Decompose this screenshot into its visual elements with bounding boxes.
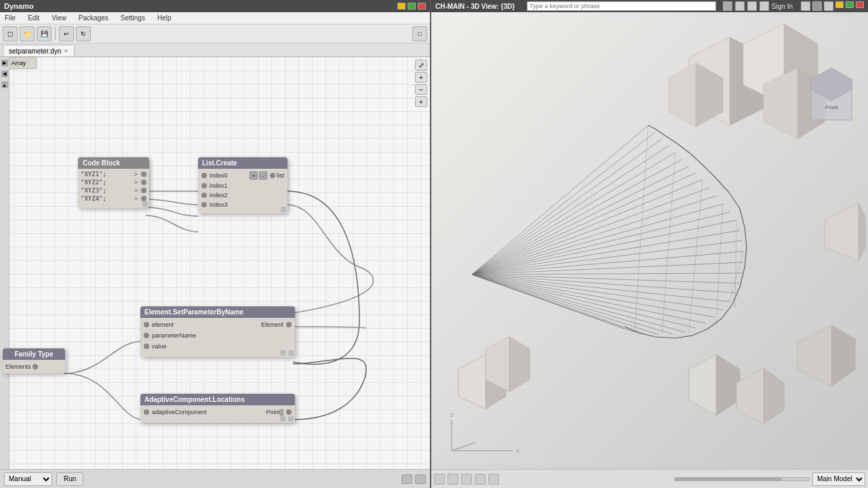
revit-signin-button[interactable]: Sign In bbox=[772, 3, 793, 10]
dynamo-tab: setparameter.dyn ✕ bbox=[0, 43, 430, 57]
menu-file[interactable]: File bbox=[3, 14, 18, 22]
revit-title-btns bbox=[801, 1, 864, 11]
list-add-button[interactable]: + bbox=[250, 171, 258, 180]
param-row-name: parameterName bbox=[140, 330, 295, 341]
input-port-paramname bbox=[144, 333, 149, 338]
toolbar-open[interactable]: 📁 bbox=[20, 26, 35, 41]
code-arrow-3: > bbox=[134, 195, 138, 202]
zoom-reset-button[interactable]: + bbox=[415, 96, 427, 107]
set-param-corner2 bbox=[288, 350, 294, 356]
tab-setparameter[interactable]: setparameter.dyn ✕ bbox=[3, 45, 75, 56]
revit-bell-icon[interactable] bbox=[760, 1, 769, 11]
toolbar-refresh[interactable]: ↻ bbox=[76, 26, 91, 41]
dynamo-menu: File Edit View Packages Settings Help bbox=[0, 12, 430, 24]
sidebar-icon-2[interactable]: ◀ bbox=[1, 70, 8, 77]
menu-view[interactable]: View bbox=[50, 14, 68, 22]
toolbar-separator bbox=[55, 28, 56, 40]
list-create-corner bbox=[281, 207, 286, 212]
toolbar-fullscreen[interactable]: □ bbox=[412, 26, 427, 41]
code-block-body: "XYZ1"; > "XYZ2"; > bbox=[78, 169, 149, 208]
revit-maximize-button[interactable] bbox=[846, 1, 854, 8]
input-port-index2 bbox=[201, 192, 207, 198]
list-remove-button[interactable]: - bbox=[259, 171, 267, 180]
dynamo-toolbar: ▢ 📁 💾 ↩ ↻ □ bbox=[0, 24, 430, 43]
set-param-corner bbox=[280, 350, 285, 356]
toolbar-undo[interactable]: ↩ bbox=[59, 26, 74, 41]
revit-search-input[interactable] bbox=[527, 1, 716, 11]
dynamo-canvas[interactable]: ▶ ◀ ▲ ⤢ + − + bbox=[0, 57, 430, 469]
revit-bottom-icon-5[interactable] bbox=[488, 474, 499, 485]
revit-minimize-button[interactable] bbox=[835, 1, 844, 8]
revit-tool-2[interactable] bbox=[812, 1, 822, 11]
elements-label: Elements bbox=[5, 363, 31, 370]
code-text-2: "XYZ3"; bbox=[81, 187, 106, 194]
sidebar-icon-3[interactable]: ▲ bbox=[1, 81, 8, 88]
list-output-label: list bbox=[277, 172, 284, 179]
revit-bottom-icon-4[interactable] bbox=[475, 474, 486, 485]
revit-view-select[interactable]: Main Model bbox=[812, 472, 865, 486]
index3-label: index3 bbox=[210, 201, 228, 208]
adaptive-loc-node: AdaptiveComponent.Locations adaptiveComp… bbox=[140, 394, 295, 423]
status-icon-1[interactable] bbox=[401, 474, 412, 484]
family-elements-row: Elements bbox=[5, 362, 62, 371]
toolbar-new[interactable]: ▢ bbox=[3, 26, 18, 41]
revit-bottom: Main Model bbox=[431, 469, 868, 488]
zoom-fit-button[interactable]: ⤢ bbox=[415, 60, 427, 70]
list-create-node: List.Create index0 + - bbox=[198, 157, 288, 214]
svg-text:Front: Front bbox=[825, 104, 838, 110]
revit-bottom-icon-1[interactable] bbox=[434, 474, 445, 485]
menu-packages[interactable]: Packages bbox=[77, 14, 111, 22]
revit-star-icon[interactable] bbox=[747, 1, 757, 11]
status-icon-2[interactable] bbox=[415, 474, 426, 484]
revit-3d-scene: Front X Z bbox=[431, 12, 868, 469]
code-block-corner bbox=[142, 201, 148, 207]
output-port-2 bbox=[141, 188, 146, 193]
revit-title: CH-MAIN - 3D View: {3D} bbox=[435, 3, 515, 10]
output-port-0 bbox=[141, 171, 146, 177]
code-row-1: "XYZ2"; > bbox=[79, 178, 148, 186]
list-row-1: index1 bbox=[198, 181, 288, 190]
dynamo-app-title: Dynamo bbox=[4, 2, 33, 10]
main-row: Dynamo File Edit View Packages Settings … bbox=[0, 0, 868, 488]
revit-help-icon[interactable] bbox=[824, 1, 833, 11]
revit-bottom-icon-3[interactable] bbox=[461, 474, 472, 485]
run-button[interactable]: Run bbox=[56, 472, 83, 486]
family-type-header: Family Type bbox=[3, 348, 65, 360]
tab-label: setparameter.dyn bbox=[9, 47, 61, 55]
set-param-node: Element.SetParameterByName element Eleme… bbox=[140, 306, 295, 357]
zoom-in-button[interactable]: + bbox=[415, 72, 427, 83]
revit-viewport[interactable]: Front X Z bbox=[431, 12, 868, 469]
menu-edit[interactable]: Edit bbox=[26, 14, 41, 22]
menu-settings[interactable]: Settings bbox=[119, 14, 147, 22]
list-row-2: index2 bbox=[198, 190, 288, 200]
code-text-0: "XYZ1"; bbox=[81, 171, 106, 178]
dynamo-close-button[interactable] bbox=[418, 3, 426, 9]
dynamo-titlebar: Dynamo bbox=[0, 0, 430, 12]
sidebar-icon-1[interactable]: ▶ bbox=[1, 60, 8, 66]
menu-help[interactable]: Help bbox=[155, 14, 174, 22]
revit-close-button[interactable] bbox=[856, 1, 864, 8]
revit-panel: CH-MAIN - 3D View: {3D} Sign In bbox=[431, 0, 868, 488]
code-text-3: "XYZ4"; bbox=[81, 195, 106, 202]
dynamo-minimize-button[interactable] bbox=[397, 3, 406, 9]
code-text-1: "XYZ2"; bbox=[81, 179, 106, 186]
svg-text:X: X bbox=[516, 449, 519, 453]
param-row-element: element Element bbox=[140, 319, 295, 330]
code-arrow-2: > bbox=[134, 187, 138, 194]
input-port-value bbox=[144, 344, 149, 349]
revit-tool-1[interactable] bbox=[801, 1, 810, 11]
zoom-out-button[interactable]: − bbox=[415, 84, 427, 95]
revit-search-area: Sign In bbox=[523, 1, 793, 11]
tab-close-button[interactable]: ✕ bbox=[64, 48, 68, 54]
dynamo-maximize-button[interactable] bbox=[408, 3, 416, 9]
index1-label: index1 bbox=[210, 182, 228, 189]
toolbar-save[interactable]: 💾 bbox=[37, 26, 52, 41]
revit-options-icon[interactable] bbox=[735, 1, 745, 11]
revit-bottom-icon-2[interactable] bbox=[448, 474, 458, 485]
revit-search-icon[interactable] bbox=[723, 1, 732, 11]
adaptive-corner bbox=[280, 416, 285, 422]
revit-titlebar: CH-MAIN - 3D View: {3D} Sign In bbox=[431, 0, 868, 12]
output-port-3 bbox=[141, 196, 146, 201]
dynamo-panel: Dynamo File Edit View Packages Settings … bbox=[0, 0, 431, 488]
run-mode-select[interactable]: Manual Automatic bbox=[4, 472, 52, 486]
